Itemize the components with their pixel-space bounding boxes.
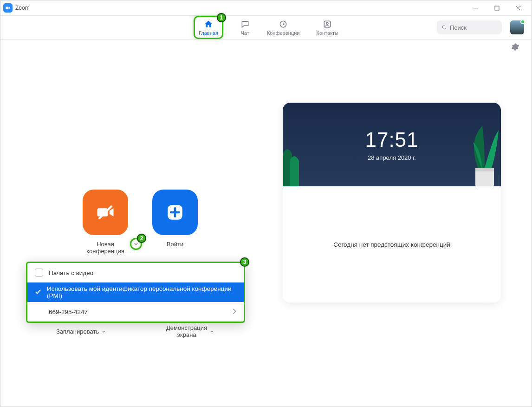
dropdown-start-video[interactable]: Начать с видео xyxy=(27,263,244,282)
clock-banner: 17:51 28 апреля 2020 г. xyxy=(283,103,501,186)
new-meeting-dropdown-toggle[interactable]: 2 xyxy=(130,238,142,250)
tab-meetings-label: Конференции xyxy=(267,30,300,36)
tab-meetings[interactable]: Конференции xyxy=(267,16,300,39)
dropdown-pmi-row[interactable]: 669-295-4247 xyxy=(27,302,244,322)
clock-card: 17:51 28 апреля 2020 г. Сегодня нет пред… xyxy=(283,103,501,302)
tab-chat[interactable]: Чат xyxy=(240,16,250,39)
tile-share[interactable]: Демонстрация экрана xyxy=(166,324,214,338)
plant-decoration-left xyxy=(283,135,315,186)
tile-share-label: Демонстрация экрана xyxy=(166,324,207,338)
left-pane: Новая конференция Войти 2 xyxy=(19,56,261,388)
tab-contacts[interactable]: Контакты xyxy=(317,16,339,39)
gear-icon xyxy=(511,43,519,51)
lower-tile-labels: Запланировать Демонстрация экрана xyxy=(26,324,244,338)
close-button[interactable] xyxy=(507,1,529,14)
pmi-number: 669-295-4247 xyxy=(49,309,88,315)
window-title: Zoom xyxy=(15,5,30,11)
checkmark-icon xyxy=(35,289,41,296)
dropdown-start-video-label: Начать с видео xyxy=(49,269,93,276)
tile-schedule-label: Запланировать xyxy=(56,328,99,335)
plant-decoration-right xyxy=(450,121,501,186)
tab-chat-label: Чат xyxy=(241,30,249,36)
annotation-badge-2: 2 xyxy=(137,234,146,243)
maximize-button[interactable] xyxy=(486,1,507,14)
tab-contacts-label: Контакты xyxy=(317,30,339,36)
new-meeting-dropdown: 3 Начать с видео Использовать мой иденти… xyxy=(26,262,245,323)
upcoming-panel: Сегодня нет предстоящих конференций xyxy=(283,186,501,302)
zoom-window: Zoom Главная 1 Чат xyxy=(0,0,532,407)
svg-rect-10 xyxy=(475,168,494,171)
svg-point-5 xyxy=(442,26,445,28)
dropdown-use-pmi-label: Использовать мой идентификатор персональ… xyxy=(47,285,236,299)
main-content: Новая конференция Войти 2 xyxy=(0,56,532,407)
new-meeting-icon xyxy=(83,190,128,235)
window-controls xyxy=(465,1,529,14)
tile-new-meeting[interactable]: Новая конференция xyxy=(80,190,131,255)
chevron-right-icon xyxy=(233,309,236,315)
right-pane: 17:51 28 апреля 2020 г. Сегодня нет пред… xyxy=(261,56,513,388)
clock-time: 17:51 xyxy=(365,128,418,151)
join-icon xyxy=(152,190,198,235)
titlebar: Zoom xyxy=(0,0,532,15)
svg-rect-0 xyxy=(6,7,9,9)
svg-rect-1 xyxy=(495,6,499,10)
svg-point-4 xyxy=(326,22,328,24)
tile-join[interactable]: Войти xyxy=(149,190,201,255)
top-nav: Главная 1 Чат Конференции Контакты xyxy=(0,15,532,39)
annotation-badge-3: 3 xyxy=(240,257,249,267)
search-input[interactable] xyxy=(450,24,497,31)
tile-schedule[interactable]: Запланировать xyxy=(56,324,106,338)
tab-home-label: Главная xyxy=(199,30,218,36)
contacts-icon xyxy=(322,19,332,29)
settings-button[interactable] xyxy=(511,43,519,53)
action-tiles: Новая конференция Войти 2 xyxy=(80,190,201,255)
sub-bar xyxy=(0,39,532,56)
no-meetings-message: Сегодня нет предстоящих конференций xyxy=(333,241,450,248)
nav-tabs: Главная 1 Чат Конференции Контакты xyxy=(194,16,338,39)
chevron-down-icon xyxy=(134,242,138,246)
clock-date: 28 апреля 2020 г. xyxy=(368,154,416,161)
annotation-badge-1: 1 xyxy=(217,13,226,22)
search-icon xyxy=(441,24,447,31)
tile-new-meeting-label: Новая конференция xyxy=(86,241,124,255)
dropdown-use-pmi[interactable]: Использовать мой идентификатор персональ… xyxy=(27,282,244,302)
chevron-down-icon xyxy=(102,328,106,335)
search-box[interactable] xyxy=(437,20,502,34)
avatar[interactable] xyxy=(510,20,524,34)
clock-icon xyxy=(278,19,288,29)
checkbox-unchecked-icon[interactable] xyxy=(35,269,43,277)
home-icon xyxy=(203,19,214,29)
tab-home[interactable]: Главная 1 xyxy=(194,16,223,39)
tile-join-label: Войти xyxy=(167,241,183,248)
chevron-down-icon xyxy=(210,328,214,335)
app-icon xyxy=(3,3,13,13)
minimize-button[interactable] xyxy=(465,1,486,14)
chat-icon xyxy=(240,19,250,29)
presence-indicator xyxy=(520,20,525,24)
